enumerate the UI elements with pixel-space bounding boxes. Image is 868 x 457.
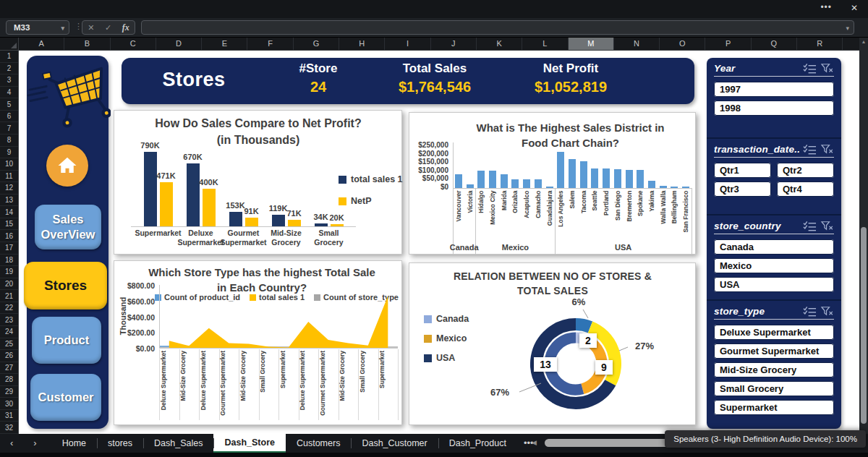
sheet-tab-dash-store[interactable]: Dash_Store <box>213 434 285 453</box>
sheet-tab-home[interactable]: Home <box>51 434 97 453</box>
row-header-21[interactable]: 21 <box>0 290 18 302</box>
sheet-tab-stores[interactable]: stores <box>97 434 143 453</box>
sidebar-button-sales-overview[interactable]: Sales OverView <box>35 205 101 249</box>
row-header-19[interactable]: 19 <box>0 266 18 278</box>
row-header-1[interactable]: 1 <box>0 51 18 63</box>
chart-sales-vs-net-profit[interactable]: How Do Sales Compare to Net Profit? (in … <box>114 110 402 255</box>
row-header-32[interactable]: 32 <box>0 422 18 434</box>
column-header-L[interactable]: L <box>522 38 568 50</box>
tabs-scroll-left-icon[interactable]: ‹ <box>0 434 23 453</box>
row-header-28[interactable]: 28 <box>0 374 18 386</box>
row-header-3[interactable]: 3 <box>0 74 18 87</box>
slicer-item-qtr4[interactable]: Qtr4 <box>777 181 834 197</box>
multi-select-icon[interactable] <box>803 306 817 317</box>
name-box[interactable]: M33 ▾ <box>6 20 69 35</box>
slicer-item-usa[interactable]: USA <box>714 277 834 292</box>
column-header-A[interactable]: A <box>19 38 64 50</box>
sidebar-button-customer[interactable]: Customer <box>30 374 101 421</box>
accept-icon[interactable]: ✓ <box>105 23 111 33</box>
slicer-item-qtr1[interactable]: Qtr1 <box>714 163 771 178</box>
row-header-17[interactable]: 17 <box>0 242 18 255</box>
slicer-item-1998[interactable]: 1998 <box>714 101 834 116</box>
row-header-5[interactable]: 5 <box>0 98 18 111</box>
row-header-20[interactable]: 20 <box>0 278 18 291</box>
row-header-14[interactable]: 14 <box>0 206 18 218</box>
clear-filter-icon[interactable] <box>820 63 834 74</box>
column-header-R[interactable]: R <box>797 38 843 50</box>
multi-select-icon[interactable] <box>803 63 817 74</box>
row-header-11[interactable]: 11 <box>0 171 18 183</box>
row-header-30[interactable]: 30 <box>0 398 18 410</box>
row-header-13[interactable]: 13 <box>0 195 18 207</box>
row-header-23[interactable]: 23 <box>0 314 18 326</box>
slicer-item-supermarket[interactable]: Supermarket <box>714 400 834 415</box>
column-header-D[interactable]: D <box>156 38 202 50</box>
close-icon[interactable]: ✕ <box>851 3 858 13</box>
column-header-H[interactable]: H <box>339 38 385 50</box>
column-header-G[interactable]: G <box>294 38 339 50</box>
row-header-8[interactable]: 8 <box>0 134 18 147</box>
column-header-C[interactable]: C <box>111 38 156 50</box>
row-header-7[interactable]: 7 <box>0 122 18 134</box>
row-header-10[interactable]: 10 <box>0 158 18 171</box>
column-header-O[interactable]: O <box>660 38 705 50</box>
row-header-4[interactable]: 4 <box>0 87 18 99</box>
row-header-25[interactable]: 25 <box>0 338 18 351</box>
slicer-item-small-grocery[interactable]: Small Grocery <box>714 381 834 396</box>
column-header-B[interactable]: B <box>64 38 110 50</box>
row-header-16[interactable]: 16 <box>0 230 18 242</box>
column-header-F[interactable]: F <box>247 38 293 50</box>
multi-select-icon[interactable] <box>803 144 817 155</box>
sheet-tab-customers[interactable]: Customers <box>286 434 351 453</box>
row-header-6[interactable]: 6 <box>0 111 18 123</box>
row-header-2[interactable]: 2 <box>0 63 18 75</box>
slicer-item-gourmet-supermarket[interactable]: Gourmet Supermarket <box>714 343 834 359</box>
scroll-up-icon[interactable]: ▲ <box>859 39 868 44</box>
slicer-item-qtr3[interactable]: Qtr3 <box>714 181 771 197</box>
chart-store-type-total-sale[interactable]: Which Store Type has the highest Total S… <box>114 260 402 425</box>
row-header-9[interactable]: 9 <box>0 147 18 159</box>
sheet-tab-dash-sales[interactable]: Dash_Sales <box>143 434 213 453</box>
sidebar-button-stores[interactable]: Stores <box>24 262 107 309</box>
more-options-icon[interactable]: ••• <box>820 2 832 12</box>
scroll-left-icon[interactable]: ◀ <box>532 439 537 446</box>
row-header-18[interactable]: 18 <box>0 255 18 267</box>
multi-select-icon[interactable] <box>803 221 817 231</box>
select-all-corner[interactable] <box>0 38 19 51</box>
sheet-tab-dash-customer[interactable]: Dash_Customer <box>351 434 438 453</box>
row-header-22[interactable]: 22 <box>0 302 18 315</box>
chart-stores-vs-sales-donut[interactable]: RELATION BETWEEN NO OF STORES & TOTAL SA… <box>409 262 696 425</box>
sidebar-button-product[interactable]: Product <box>32 317 101 364</box>
tabs-scroll-right-icon[interactable]: › <box>23 434 46 453</box>
row-header-15[interactable]: 15 <box>0 218 18 231</box>
column-header-M[interactable]: M <box>569 38 614 50</box>
formula-input[interactable]: ▾ <box>141 20 854 35</box>
row-header-24[interactable]: 24 <box>0 326 18 338</box>
slicer-item-deluxe-supermarket[interactable]: Deluxe Supermarket <box>714 325 834 340</box>
row-header-29[interactable]: 29 <box>0 386 18 398</box>
column-header-J[interactable]: J <box>431 38 477 50</box>
column-header-K[interactable]: K <box>477 38 522 50</box>
slicer-item-1997[interactable]: 1997 <box>714 82 834 97</box>
clear-filter-icon[interactable] <box>820 306 834 317</box>
slicer-item-mexico[interactable]: Mexico <box>714 258 834 273</box>
chevron-down-icon[interactable]: ▾ <box>61 22 64 35</box>
column-header-I[interactable]: I <box>385 38 430 50</box>
row-header-26[interactable]: 26 <box>0 350 18 362</box>
slicer-item-mid-size-grocery[interactable]: Mid-Size Grocery <box>714 362 834 377</box>
column-header-E[interactable]: E <box>202 38 247 50</box>
row-header-12[interactable]: 12 <box>0 182 18 195</box>
column-header-N[interactable]: N <box>614 38 660 50</box>
sheet-tab-dash-product[interactable]: Dash_Product <box>438 434 517 453</box>
cancel-icon[interactable]: ✕ <box>88 23 94 33</box>
row-header-31[interactable]: 31 <box>0 410 18 422</box>
clear-filter-icon[interactable] <box>820 221 834 231</box>
column-header-Q[interactable]: Q <box>752 38 797 50</box>
slicer-item-qtr2[interactable]: Qtr2 <box>777 163 834 178</box>
column-header-P[interactable]: P <box>705 38 751 50</box>
vertical-scroll-thumb[interactable] <box>861 227 867 424</box>
function-icon[interactable]: fx <box>122 22 129 33</box>
chart-highest-sales-district[interactable]: What is The Highest Sales District in Fo… <box>409 112 696 255</box>
clear-filter-icon[interactable] <box>820 144 834 155</box>
vertical-scrollbar[interactable]: ▲ <box>859 38 868 434</box>
